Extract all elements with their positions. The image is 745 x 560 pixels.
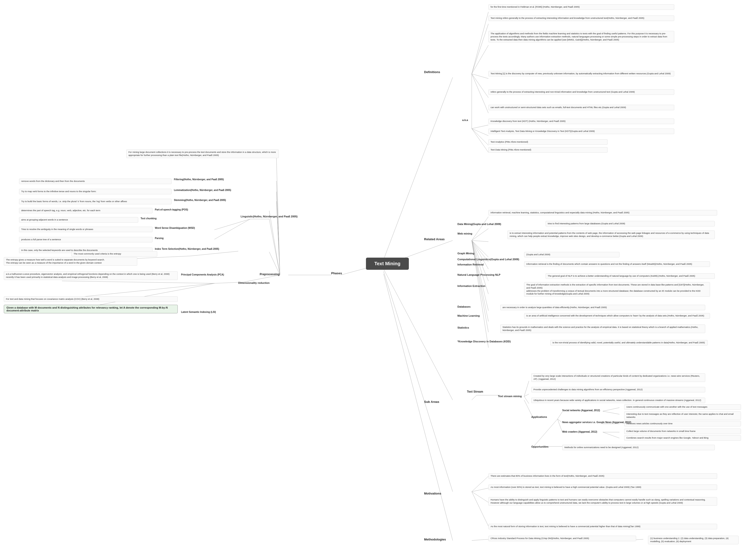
svg-line-47 bbox=[472, 492, 488, 502]
pre-filter-label: Filtering(Hotho, Nürnberger, and Paaß 20… bbox=[174, 178, 224, 181]
svg-line-28 bbox=[472, 395, 477, 400]
svg-line-48 bbox=[472, 492, 488, 526]
def-aka-4: Text Data Mining (Pitts Afore-mentioned) bbox=[488, 147, 608, 152]
ra-graph-text: (Gupta and Lehal 2009) bbox=[524, 252, 619, 257]
pre-lsi-label: Latent Semantic Indexing (LSI) bbox=[181, 311, 216, 313]
pre-index-label: Index Term Selection(Hotho, Nürnberger, … bbox=[155, 248, 219, 250]
ra-db-text: are necessary in order to analyze large … bbox=[500, 305, 705, 310]
svg-line-34 bbox=[557, 412, 562, 419]
ra-nlp-label: Natural Language Processing NLP bbox=[457, 273, 500, 276]
svg-line-31 bbox=[524, 394, 529, 396]
def-node-4: Text Mining [1] is the discovery by comp… bbox=[488, 71, 674, 76]
svg-line-30 bbox=[524, 381, 529, 396]
news-agg-label: News aggregator services i.e. Google New… bbox=[562, 421, 631, 424]
pre-chunk-label: Text chunking bbox=[140, 217, 157, 220]
pre-wsd-label: Word Sense Disambiguation (WSD) bbox=[155, 227, 195, 229]
mot-node-2: As most information (over 80%) is stored… bbox=[488, 485, 717, 490]
pre-linguistic-label: Linguistic(Hotho, Nürnberger, and Paaß 2… bbox=[240, 215, 298, 218]
svg-line-13 bbox=[472, 129, 488, 152]
svg-line-44 bbox=[384, 272, 453, 492]
ra-ir-text: Information retrieval is the finding of … bbox=[524, 261, 710, 267]
ra-ml-text: is an area of artificial intelligence co… bbox=[524, 313, 710, 319]
pre-stem-text: Try to build the basic forms of words, i… bbox=[19, 199, 171, 204]
sub-areas-label: Sub Areas bbox=[424, 400, 439, 404]
svg-line-45 bbox=[472, 476, 488, 492]
sn-text-2: Interesting due to text messages as they… bbox=[624, 412, 741, 420]
methodologies-label: Methodologies bbox=[424, 537, 446, 541]
svg-line-35 bbox=[557, 419, 562, 423]
ra-cl-label: Computational Linguistics(Gupta and Leha… bbox=[457, 258, 519, 261]
svg-line-15 bbox=[472, 217, 488, 241]
pre-pos-label: Part-of-speech tagging (POS) bbox=[155, 208, 188, 211]
svg-line-49 bbox=[384, 274, 453, 540]
definitions-label: Definitions bbox=[424, 70, 440, 74]
text-stream-label: Text Stream bbox=[467, 390, 483, 393]
svg-line-61 bbox=[269, 252, 280, 275]
web-crawlers-label: Web crawlers (Aggarwal, 2012) bbox=[562, 430, 597, 433]
def-aka-1: Knowledge discovery from text (KDT) (Hot… bbox=[488, 118, 674, 124]
svg-line-60 bbox=[215, 219, 250, 239]
svg-line-3 bbox=[472, 12, 488, 74]
pre-stem-label: Stemming(Hotho, Nürnberger, and Paaß 200… bbox=[174, 199, 226, 202]
pre-lemma-label: Lemmatization(Hotho, Nürnberger, and Paa… bbox=[174, 189, 231, 191]
svg-line-12 bbox=[472, 129, 488, 145]
pre-entropy-text: The entropy gives a measure how well a w… bbox=[4, 257, 137, 266]
text-stream-mining-label: Text stream mining bbox=[498, 395, 522, 397]
ra-ml-label: Machine Learning bbox=[457, 314, 480, 317]
pre-chunk-text: aims at grouping adjacent words in a sen… bbox=[19, 217, 138, 222]
pre-pca-text: a.k.a Kalhuonen-Loeve procedure, eigenve… bbox=[4, 272, 178, 280]
svg-line-57 bbox=[269, 219, 280, 275]
svg-line-4 bbox=[472, 24, 488, 74]
ra-graph-label: Graph Mining bbox=[457, 252, 474, 255]
center-node: Text Mining bbox=[366, 257, 409, 270]
motivations-label: Motivations bbox=[424, 492, 441, 495]
pre-pca-label: Principal Components Analysis (PCA) bbox=[181, 273, 224, 276]
svg-line-27 bbox=[384, 269, 453, 400]
ra-stat-text: Statistics has its grounds in mathematic… bbox=[500, 324, 705, 333]
svg-line-36 bbox=[557, 419, 562, 432]
mot-node-4: As the most natural form of storing info… bbox=[488, 524, 717, 529]
preprocessing-label: Preprocessing bbox=[260, 273, 280, 276]
pre-filter-text: remove words from the dictionary and the… bbox=[19, 179, 171, 184]
ra-web-label: Web mining bbox=[457, 232, 472, 235]
svg-line-32 bbox=[524, 396, 529, 404]
ra-ir-label: Information Retrieval bbox=[457, 263, 484, 266]
svg-line-41 bbox=[603, 432, 619, 438]
svg-line-56 bbox=[269, 211, 280, 275]
svg-line-59 bbox=[215, 219, 250, 230]
pre-pos-text: determines the part of speech tag, e.g. … bbox=[19, 208, 153, 213]
svg-line-6 bbox=[472, 74, 488, 78]
svg-line-65 bbox=[243, 275, 280, 282]
ts-node-2: Provide unprecedented challenges to data… bbox=[531, 387, 705, 392]
social-networks-label: Social networks (Aggarwal, 2012) bbox=[562, 409, 600, 412]
pre-lsi-text: Given a database with M documents and N … bbox=[4, 305, 178, 313]
svg-line-46 bbox=[472, 488, 488, 492]
def-node-1: for the first time mentioned in Feldman … bbox=[488, 4, 674, 10]
svg-line-62 bbox=[191, 251, 238, 256]
meth-node-2: (1) business understanding 2. (2) data u… bbox=[648, 536, 739, 544]
mot-node-3: Humans have the ability to distinguish a… bbox=[488, 497, 717, 506]
mot-node-1: There are estimates that 80% of business… bbox=[488, 473, 717, 479]
ra-intro: information retrieval, machine learning,… bbox=[488, 210, 717, 215]
pre-parse-label: Parsing bbox=[155, 237, 164, 240]
pre-lemma-text: Try to map verb forms to the infinitive … bbox=[19, 189, 171, 194]
svg-line-66 bbox=[62, 281, 215, 283]
svg-line-26 bbox=[472, 241, 488, 348]
svg-line-2 bbox=[384, 77, 453, 259]
ra-ie-text: The goal of information extraction metho… bbox=[524, 282, 710, 297]
ra-dm-text: tries to find interesting patterns from … bbox=[546, 221, 715, 226]
svg-line-10 bbox=[472, 125, 488, 129]
svg-line-16 bbox=[472, 229, 488, 241]
pre-large-doc: For mining large document collections it… bbox=[126, 149, 279, 158]
pre-entropy-note: The most commonly used criteria is the e… bbox=[71, 251, 157, 257]
news-agg-text: Receives news articles continuously over… bbox=[624, 421, 741, 426]
svg-line-7 bbox=[472, 74, 488, 98]
svg-line-54 bbox=[277, 192, 280, 275]
def-aka-2: Intelligent Text Analysis, Text Data Min… bbox=[488, 129, 674, 134]
ra-db-label: Databases bbox=[457, 305, 471, 308]
svg-line-5 bbox=[472, 45, 488, 74]
pre-wsd-text: Tries to resolve the ambiguity in the me… bbox=[19, 227, 153, 232]
ra-dm-label: Data Mining(Gupta and Lehal 2009) bbox=[457, 222, 501, 225]
ra-web-text: is to extract interesting information an… bbox=[508, 231, 715, 239]
def-node-6: can work with unstructured or semi-struc… bbox=[488, 105, 674, 110]
